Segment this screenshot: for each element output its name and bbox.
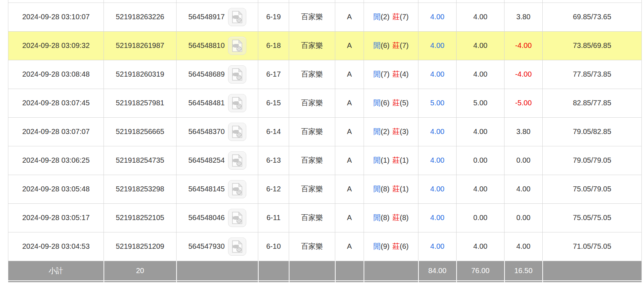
- cell-balance: 77.85/73.85: [543, 60, 642, 89]
- empty-cell: [364, 281, 418, 282]
- cell-valid-bet: 4.00: [457, 117, 505, 146]
- banker-score: (6): [400, 242, 409, 250]
- empty-cell: [258, 0, 289, 3]
- round-id-text: 564547930: [188, 242, 224, 251]
- cell-table-letter: A: [335, 31, 364, 60]
- empty-cell: [418, 281, 457, 282]
- cell-shoe-round: 6-10: [258, 232, 289, 261]
- empty-cell: [177, 0, 258, 3]
- cell-valid-bet: 0.00: [457, 146, 505, 175]
- player-score: (8): [381, 214, 389, 222]
- cell-result: 閒(8)莊(1): [364, 175, 418, 203]
- player-score: (1): [381, 156, 389, 164]
- video-icon[interactable]: [228, 238, 246, 256]
- cell-table-letter: A: [335, 175, 364, 203]
- cell-game-type: 百家樂: [289, 31, 335, 60]
- table-row[interactable]: 2024-09-28 03:09:32 521918261987 5645488…: [8, 31, 642, 60]
- empty-cell: [289, 261, 335, 281]
- empty-cell: [335, 0, 364, 3]
- player-score: (2): [381, 127, 389, 135]
- cell-result: 閒(2)莊(3): [364, 117, 418, 146]
- empty-cell: [457, 0, 505, 3]
- empty-cell: [177, 261, 258, 281]
- cutoff-row-bottom: [8, 281, 642, 282]
- cell-win-loss: 4.00: [505, 232, 543, 261]
- bet-records-table: 2024-09-28 03:10:07 521918263226 5645489…: [8, 0, 642, 282]
- cell-bet-id: 521918254735: [104, 146, 177, 175]
- cell-bet-time: 2024-09-28 03:10:07: [8, 3, 104, 31]
- player-score: (7): [381, 70, 389, 78]
- subtotal-row: 小計 20 84.00 76.00 16.50: [8, 261, 642, 281]
- table-row[interactable]: 2024-09-28 03:05:17 521918252105 5645480…: [8, 203, 642, 232]
- cell-bet-time: 2024-09-28 03:09:32: [8, 31, 104, 60]
- banker-score: (1): [400, 185, 409, 193]
- player-label: 閒: [373, 185, 381, 193]
- table-row[interactable]: 2024-09-28 03:07:07 521918256665 5645483…: [8, 117, 642, 146]
- cell-win-loss: 4.00: [505, 175, 543, 203]
- cell-bet-time: 2024-09-28 03:08:48: [8, 60, 104, 89]
- cell-table-letter: A: [335, 60, 364, 89]
- table-row[interactable]: 2024-09-28 03:07:45 521918257981 5645484…: [8, 89, 642, 117]
- banker-label: 莊: [393, 156, 400, 164]
- empty-cell: [104, 0, 177, 3]
- banker-score: (7): [400, 13, 409, 21]
- video-icon[interactable]: [228, 94, 246, 112]
- banker-label: 莊: [393, 13, 400, 21]
- cell-result: 閒(6)莊(5): [364, 89, 418, 117]
- cell-result: 閒(6)莊(7): [364, 31, 418, 60]
- cell-bet-id: 521918253298: [104, 175, 177, 203]
- cell-balance: 82.85/77.85: [543, 89, 642, 117]
- subtotal-valid-bet: 76.00: [457, 261, 505, 281]
- empty-cell: [177, 281, 258, 282]
- cell-bet-time: 2024-09-28 03:05:17: [8, 203, 104, 232]
- video-icon[interactable]: [228, 37, 246, 55]
- subtotal-win-loss: 16.50: [505, 261, 543, 281]
- table-row[interactable]: 2024-09-28 03:06:25 521918254735 5645482…: [8, 146, 642, 175]
- empty-cell: [457, 281, 505, 282]
- cell-bet-id: 521918261987: [104, 31, 177, 60]
- video-icon[interactable]: [228, 151, 246, 170]
- empty-cell: [505, 0, 543, 3]
- cell-shoe-round: 6-15: [258, 89, 289, 117]
- video-icon[interactable]: [228, 123, 246, 141]
- cell-bet-time: 2024-09-28 03:06:25: [8, 146, 104, 175]
- player-label: 閒: [373, 214, 381, 222]
- cell-table-letter: A: [335, 3, 364, 31]
- table-row[interactable]: 2024-09-28 03:05:48 521918253298 5645481…: [8, 175, 642, 203]
- banker-score: (8): [400, 214, 409, 222]
- empty-cell: [543, 0, 642, 3]
- table-row[interactable]: 2024-09-28 03:04:53 521918251209 5645479…: [8, 232, 642, 261]
- cutoff-row-top: [8, 0, 642, 3]
- round-id-text: 564548917: [188, 13, 224, 21]
- cell-bet-amount: 4.00: [418, 203, 457, 232]
- banker-score: (5): [400, 99, 409, 107]
- player-score: (8): [381, 185, 389, 193]
- video-icon[interactable]: [228, 8, 246, 26]
- empty-cell: [8, 0, 104, 3]
- video-icon[interactable]: [228, 180, 246, 198]
- cell-win-loss: 0.00: [505, 203, 543, 232]
- video-icon[interactable]: [228, 209, 246, 227]
- cell-valid-bet: 4.00: [457, 60, 505, 89]
- table-row[interactable]: 2024-09-28 03:10:07 521918263226 5645489…: [8, 3, 642, 31]
- video-icon[interactable]: [228, 65, 246, 84]
- cell-bet-amount: 4.00: [418, 232, 457, 261]
- cell-game-type: 百家樂: [289, 175, 335, 203]
- player-label: 閒: [373, 13, 381, 21]
- cell-result: 閒(1)莊(1): [364, 146, 418, 175]
- cell-win-loss: 3.80: [505, 117, 543, 146]
- cell-valid-bet: 4.00: [457, 31, 505, 60]
- cell-game-type: 百家樂: [289, 89, 335, 117]
- cell-table-letter: A: [335, 146, 364, 175]
- cell-table-letter: A: [335, 232, 364, 261]
- cell-table-letter: A: [335, 89, 364, 117]
- cell-bet-id: 521918252105: [104, 203, 177, 232]
- empty-cell: [418, 0, 457, 3]
- cell-balance: 69.85/73.65: [543, 3, 642, 31]
- table-row[interactable]: 2024-09-28 03:08:48 521918260319 5645486…: [8, 60, 642, 89]
- banker-label: 莊: [393, 214, 400, 222]
- cell-valid-bet: 0.00: [457, 203, 505, 232]
- cell-balance: 79.05/79.05: [543, 146, 642, 175]
- cell-round-id: 564548370: [177, 117, 258, 146]
- banker-label: 莊: [393, 242, 400, 250]
